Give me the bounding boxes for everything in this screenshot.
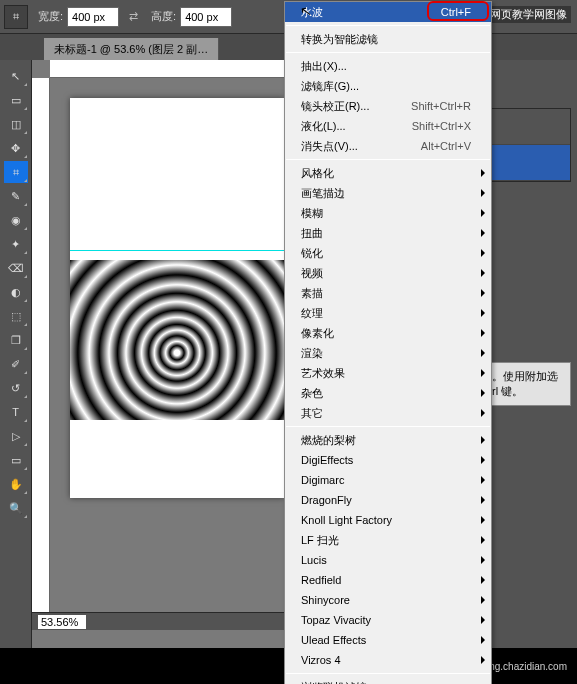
menu-item[interactable]: 滤镜库(G)... <box>285 76 491 96</box>
menu-separator <box>286 159 490 160</box>
menu-item[interactable]: 镜头校正(R)...Shift+Ctrl+R <box>285 96 491 116</box>
swap-icon[interactable]: ⇄ <box>123 7 143 27</box>
tool-button[interactable]: ✐ <box>4 353 28 375</box>
horizontal-guide[interactable] <box>70 250 284 251</box>
filter-menu: 水波 Ctrl+F 转换为智能滤镜 抽出(X)...滤镜库(G)...镜头校正(… <box>284 1 492 684</box>
submenu-arrow-icon <box>481 369 485 377</box>
tool-button[interactable]: ↺ <box>4 377 28 399</box>
menu-item-label: Vizros 4 <box>301 654 341 666</box>
menu-item-submenu[interactable]: 燃烧的梨树 <box>285 430 491 450</box>
menu-item-submenu[interactable]: DigiEffects <box>285 450 491 470</box>
menu-item[interactable]: 抽出(X)... <box>285 56 491 76</box>
menu-item-submenu[interactable]: 像素化 <box>285 323 491 343</box>
menu-item-shortcut: Ctrl+F <box>441 6 471 18</box>
menu-item-label: 液化(L)... <box>301 119 346 134</box>
menu-item-submenu[interactable]: Knoll Light Factory <box>285 510 491 530</box>
menu-item-submenu[interactable]: 杂色 <box>285 383 491 403</box>
tool-button[interactable]: ✥ <box>4 137 28 159</box>
menu-item-submenu[interactable]: Digimarc <box>285 470 491 490</box>
menu-item-label: Ulead Effects <box>301 634 366 646</box>
menu-item-submenu[interactable]: DragonFly <box>285 490 491 510</box>
submenu-arrow-icon <box>481 576 485 584</box>
menu-item-submenu[interactable]: 锐化 <box>285 243 491 263</box>
menu-item-submenu[interactable]: LF 扫光 <box>285 530 491 550</box>
tool-button[interactable]: ✎ <box>4 185 28 207</box>
menu-item-submenu[interactable]: 渲染 <box>285 343 491 363</box>
menu-separator <box>286 52 490 53</box>
menu-item-submenu[interactable]: 画笔描边 <box>285 183 491 203</box>
submenu-arrow-icon <box>481 516 485 524</box>
height-input[interactable]: 400 px <box>180 7 232 27</box>
tool-button[interactable]: ▭ <box>4 449 28 471</box>
menu-item-submenu[interactable]: Lucis <box>285 550 491 570</box>
tool-button[interactable]: 🔍 <box>4 497 28 519</box>
menu-item[interactable]: 液化(L)...Shift+Ctrl+X <box>285 116 491 136</box>
menu-separator <box>286 673 490 674</box>
menu-item-shortcut: Shift+Ctrl+R <box>411 100 471 112</box>
tool-button[interactable]: ◐ <box>4 281 28 303</box>
submenu-arrow-icon <box>481 596 485 604</box>
menu-item-submenu[interactable]: 素描 <box>285 283 491 303</box>
tool-button[interactable]: ❐ <box>4 329 28 351</box>
menu-item-label: 纹理 <box>301 306 323 321</box>
submenu-arrow-icon <box>481 309 485 317</box>
tool-button[interactable]: ✋ <box>4 473 28 495</box>
submenu-arrow-icon <box>481 556 485 564</box>
submenu-arrow-icon <box>481 409 485 417</box>
menu-item-submenu[interactable]: 视频 <box>285 263 491 283</box>
tool-button[interactable]: ↖ <box>4 65 28 87</box>
submenu-arrow-icon <box>481 249 485 257</box>
tool-button[interactable]: ◉ <box>4 209 28 231</box>
watermark-top: 网页教学网图像 <box>486 6 571 23</box>
submenu-arrow-icon <box>481 456 485 464</box>
menu-item-submenu[interactable]: Shinycore <box>285 590 491 610</box>
menu-item-submenu[interactable]: 扭曲 <box>285 223 491 243</box>
menu-item-convert-smart[interactable]: 转换为智能滤镜 <box>285 29 491 49</box>
menu-item-label: 转换为智能滤镜 <box>301 32 378 47</box>
menu-item-submenu[interactable]: 风格化 <box>285 163 491 183</box>
tool-button[interactable]: ▭ <box>4 89 28 111</box>
tool-button[interactable]: ✦ <box>4 233 28 255</box>
menu-item-label: 滤镜库(G)... <box>301 79 359 94</box>
submenu-arrow-icon <box>481 189 485 197</box>
menu-item-submenu[interactable]: Redfield <box>285 570 491 590</box>
width-input[interactable]: 400 px <box>67 7 119 27</box>
menu-item-label: 扭曲 <box>301 226 323 241</box>
menu-item[interactable]: 消失点(V)...Alt+Ctrl+V <box>285 136 491 156</box>
document-tab[interactable]: 未标题-1 @ 53.6% (图层 2 副… <box>44 38 219 60</box>
crop-tool-icon[interactable]: ⌗ <box>4 5 28 29</box>
menu-item-label: 素描 <box>301 286 323 301</box>
menu-item-label: 像素化 <box>301 326 334 341</box>
tool-button[interactable]: ⌫ <box>4 257 28 279</box>
menu-item-submenu[interactable]: 艺术效果 <box>285 363 491 383</box>
menu-item-submenu[interactable]: 其它 <box>285 403 491 423</box>
menu-item-submenu[interactable]: Topaz Vivacity <box>285 610 491 630</box>
menu-item-submenu[interactable]: Ulead Effects <box>285 630 491 650</box>
tool-button[interactable]: ⬚ <box>4 305 28 327</box>
menu-item-submenu[interactable]: 纹理 <box>285 303 491 323</box>
menu-item-label: 其它 <box>301 406 323 421</box>
menu-item-label: 消失点(V)... <box>301 139 358 154</box>
menu-item-label: 杂色 <box>301 386 323 401</box>
tool-button[interactable]: ⌗ <box>4 161 28 183</box>
menu-item-label: DragonFly <box>301 494 352 506</box>
menu-item-label: 锐化 <box>301 246 323 261</box>
menu-item-submenu[interactable]: 模糊 <box>285 203 491 223</box>
menu-item-label: LF 扫光 <box>301 533 339 548</box>
tool-button[interactable]: ▷ <box>4 425 28 447</box>
menu-item-last-filter[interactable]: 水波 Ctrl+F <box>285 2 491 22</box>
menu-separator <box>286 426 490 427</box>
submenu-arrow-icon <box>481 536 485 544</box>
tool-button[interactable]: T <box>4 401 28 423</box>
menu-item-submenu[interactable]: Vizros 4 <box>285 650 491 670</box>
zoom-input[interactable]: 53.56% <box>38 615 86 629</box>
menu-item-label: 镜头校正(R)... <box>301 99 369 114</box>
submenu-arrow-icon <box>481 229 485 237</box>
menu-item-browse-online[interactable]: 浏览联机滤镜... <box>285 677 491 684</box>
height-label: 高度: <box>151 9 176 24</box>
menu-item-label: 渲染 <box>301 346 323 361</box>
menu-item-label: DigiEffects <box>301 454 353 466</box>
tool-button[interactable]: ◫ <box>4 113 28 135</box>
menu-item-label: Lucis <box>301 554 327 566</box>
submenu-arrow-icon <box>481 656 485 664</box>
